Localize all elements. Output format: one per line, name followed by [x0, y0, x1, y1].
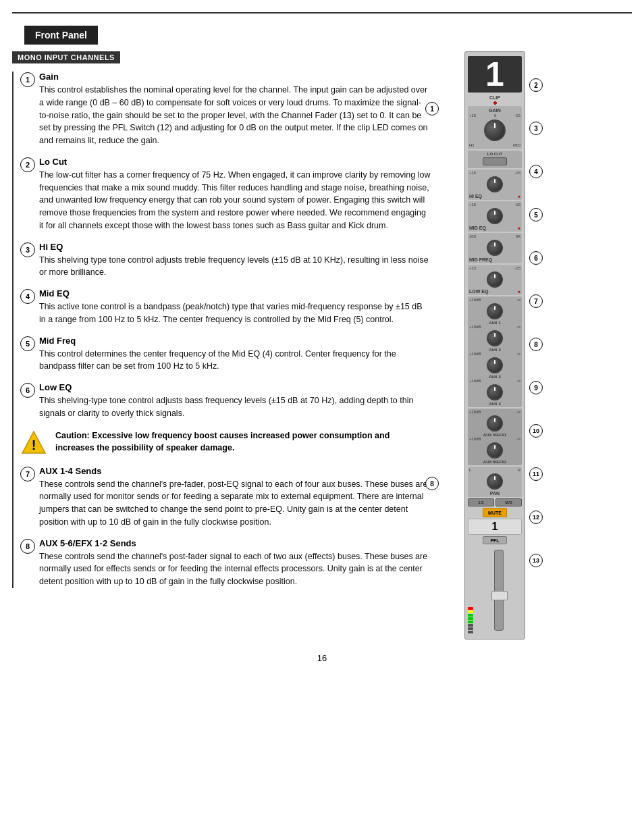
item-title-aux14: AUX 1-4 Sends — [39, 466, 431, 476]
locut-label: LO CUT — [469, 152, 520, 156]
svg-text:!: ! — [32, 438, 36, 452]
circle-13: 13 — [529, 554, 543, 567]
mideq-label: MID EQ● — [469, 226, 520, 230]
efx1-knob[interactable] — [487, 415, 503, 432]
item-number-6: 6 — [20, 383, 35, 398]
pan-scale: LR — [469, 468, 520, 472]
gain-scale-hi: +150-15 — [469, 113, 520, 118]
efx2-knob[interactable] — [487, 442, 503, 459]
circle-5: 5 — [529, 208, 543, 221]
item-text-midfreq: This control determines the center frequ… — [39, 348, 431, 373]
item-locut: 2 Lo Cut The low-cut filter has a corner… — [20, 157, 431, 232]
aux1-scale: +10dB-∞ — [469, 298, 520, 302]
efx2-label: AUX 6/EFX2 — [469, 460, 520, 464]
circle-7: 7 — [529, 294, 543, 308]
page-number: 16 — [0, 653, 644, 670]
mideq-scale: +15-15 — [469, 203, 520, 207]
mute-button[interactable]: MUTE — [483, 508, 507, 517]
item-text-aux14: These controls send the channel's pre-fa… — [39, 478, 431, 529]
item-text-hieq: This shelving type tone control adjusts … — [39, 254, 431, 280]
aux2-scale: +10dB-∞ — [469, 325, 520, 329]
loweq-section: +15-15 LOW EQ● — [468, 265, 522, 295]
item-number-4: 4 — [20, 289, 35, 304]
item-title-gain: Gain — [39, 72, 431, 82]
section-badge: MONO INPUT CHANNELS — [12, 51, 120, 63]
aux1-knob[interactable] — [487, 303, 503, 319]
circle-8-left: 8 — [425, 477, 439, 490]
caution-block: ! Caution: Excessive low frequency boost… — [20, 429, 431, 457]
clip-led-row — [468, 101, 522, 105]
efx2-scale: +10dB-∞ — [469, 437, 520, 441]
item-text-mideq: This active tone control is a bandpass (… — [39, 301, 431, 326]
aux4-label: AUX 4 — [469, 402, 520, 406]
item-text-loweq: This shelving-type tone control adjusts … — [39, 394, 431, 420]
aux4-scale: +10dB-∞ — [469, 379, 520, 383]
locut-switch[interactable] — [483, 157, 507, 165]
circle-10: 10 — [529, 424, 543, 438]
midfreq-section: 1005K MID FREQ — [468, 233, 522, 263]
pan-section: LR PAN — [468, 467, 522, 497]
channel-fader[interactable] — [494, 550, 504, 631]
routing-switches: 1/2 M/S — [468, 498, 522, 506]
aux4-knob[interactable] — [487, 384, 503, 400]
mideq-section: +15-15 MID EQ● — [468, 201, 522, 232]
gain-scale-lo: H1MID — [469, 143, 520, 147]
locut-section: LO CUT — [468, 151, 522, 168]
midfreq-knob[interactable] — [487, 240, 503, 256]
item-text-locut: The low-cut filter has a corner frequenc… — [39, 169, 431, 232]
circle-9: 9 — [529, 381, 543, 394]
item-text-aux56: These controls send the channel's post-f… — [39, 550, 431, 588]
item-number-7: 7 — [20, 467, 35, 481]
pan-knob[interactable] — [487, 473, 503, 490]
clip-label: CLIP — [468, 95, 522, 100]
item-title-mideq: Mid EQ — [39, 288, 431, 298]
item-aux56: 8 AUX 5-6/EFX 1-2 Sends These controls s… — [20, 538, 431, 588]
circle-4: 4 — [529, 165, 543, 178]
circle-6: 6 — [529, 251, 543, 265]
item-midfreq: 5 Mid Freq This control determines the c… — [20, 336, 431, 373]
item-aux14: 7 AUX 1-4 Sends These controls send the … — [20, 466, 431, 529]
circle-11: 11 — [529, 467, 543, 481]
gain-label: GAIN — [469, 108, 520, 113]
item-number-1: 1 — [20, 72, 35, 87]
mixer-panel: 1 CLIP GAIN +150-15 H1MID — [444, 51, 593, 640]
circle-1: 1 — [425, 102, 439, 115]
item-number-3: 3 — [20, 242, 35, 257]
level-meter — [468, 607, 473, 633]
pfl-button[interactable]: PFL — [483, 536, 507, 544]
item-number-8: 8 — [20, 539, 35, 554]
efx1-scale: +10dB-∞ — [469, 410, 520, 414]
channel-strip: 1 CLIP GAIN +150-15 H1MID — [464, 51, 525, 640]
item-number-5: 5 — [20, 336, 35, 351]
aux3-knob[interactable] — [487, 357, 503, 373]
item-mideq: 4 Mid EQ This active tone control is a b… — [20, 288, 431, 326]
pan-label: PAN — [469, 491, 520, 496]
midfreq-label: MID FREQ — [469, 257, 520, 262]
channel-number: 1 — [468, 56, 522, 93]
aux3-scale: +10dB-∞ — [469, 352, 520, 356]
front-panel-header: Front Panel — [24, 26, 98, 45]
aux2-knob[interactable] — [487, 330, 503, 346]
hieq-knob[interactable] — [487, 176, 503, 192]
gain-section: GAIN +150-15 H1MID — [468, 106, 522, 149]
circle-12: 12 — [529, 511, 543, 524]
circle-3: 3 — [529, 122, 543, 135]
mideq-knob[interactable] — [487, 208, 503, 224]
switch-12[interactable]: 1/2 — [468, 498, 494, 506]
item-title-midfreq: Mid Freq — [39, 336, 431, 346]
caution-text: Caution: Excessive low frequency boost c… — [55, 429, 431, 455]
hieq-scale: +15-15 — [469, 171, 520, 175]
circle-labels: 2 3 4 5 6 7 8 9 10 11 12 13 — [529, 78, 543, 567]
switch-ms[interactable]: M/S — [495, 498, 522, 506]
circle-2: 2 — [529, 78, 543, 92]
loweq-label: LOW EQ● — [469, 289, 520, 294]
hieq-section: +15-15 HI EQ● — [468, 170, 522, 200]
item-gain: 1 Gain This control establishes the nomi… — [20, 72, 431, 147]
midfreq-scale: 1005K — [469, 234, 520, 238]
gain-knob[interactable] — [484, 120, 506, 141]
item-title-hieq: Hi EQ — [39, 242, 431, 252]
fader-handle[interactable] — [491, 591, 508, 600]
clip-led — [493, 101, 497, 105]
caution-icon: ! — [20, 429, 47, 457]
loweq-knob[interactable] — [487, 271, 503, 288]
